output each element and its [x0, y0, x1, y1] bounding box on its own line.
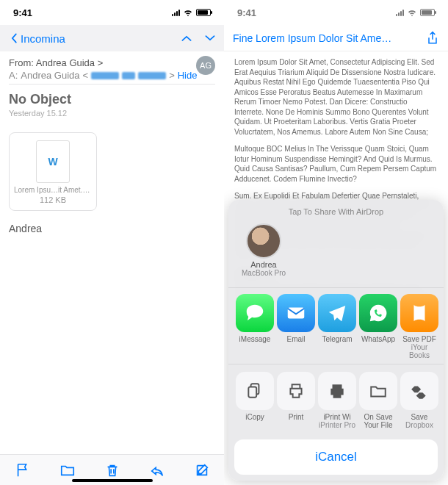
word-doc-icon	[36, 140, 70, 183]
airdrop-target[interactable]: Andrea MacBook Pro	[242, 223, 286, 277]
status-time: 9:41	[237, 7, 256, 18]
status-bar: 9:41	[224, 0, 448, 25]
nav-bar: Incomina	[0, 25, 224, 51]
trash-icon[interactable]	[104, 462, 120, 478]
subject: No Object	[0, 87, 224, 109]
share-email[interactable]: Email	[277, 294, 315, 359]
flag-icon[interactable]	[15, 462, 31, 478]
share-action-row: iCopy Print iPrint WiiPrinter Pro On Sav…	[234, 366, 438, 434]
status-icons	[396, 9, 435, 16]
home-indicator[interactable]	[72, 479, 153, 482]
next-message-icon[interactable]	[205, 33, 215, 43]
attachment[interactable]: Lorem Ipsu…it Amet.doc 112 KB	[9, 132, 97, 211]
attachment-size: 112 KB	[14, 195, 92, 204]
action-save[interactable]: SaveDropbox	[400, 372, 438, 429]
status-time: 9:41	[13, 7, 32, 18]
folder-icon[interactable]	[59, 462, 76, 478]
airdrop-avatar-icon	[246, 223, 281, 259]
share-whatsapp[interactable]: WhatsApp	[359, 294, 397, 359]
action-copy[interactable]: iCopy	[236, 372, 274, 429]
share-hint: Tap To Share With AirDrop	[234, 204, 438, 220]
avatar[interactable]: AG	[196, 56, 215, 75]
reply-icon[interactable]	[149, 462, 165, 478]
message-header: AG From: Andrea Guida > A: Andrea Guida …	[0, 51, 224, 87]
svg-rect-2	[248, 387, 256, 398]
action-print[interactable]: Print	[277, 372, 315, 429]
to-name[interactable]: Andrea Guida	[21, 70, 79, 81]
back-label: Incomina	[21, 32, 65, 45]
prev-message-icon[interactable]	[181, 33, 192, 43]
share-app-row: iMessage Email Telegram WhatsApp Save PD…	[234, 290, 438, 362]
share-sheet: Tap To Share With AirDrop Andrea MacBook…	[228, 200, 444, 481]
action-savefile[interactable]: On Save Your File	[359, 372, 397, 429]
doc-header: Fine Lorem Ipsum Dolor Sit Amet.doc	[224, 25, 448, 51]
from-name[interactable]: Andrea Guida	[36, 57, 95, 68]
cancel-button[interactable]: iCancel	[234, 439, 438, 475]
attachment-name: Lorem Ipsu…it Amet.doc	[14, 186, 92, 194]
compose-icon[interactable]	[194, 462, 210, 478]
share-imessage[interactable]: iMessage	[236, 294, 274, 359]
svg-rect-0	[288, 308, 305, 319]
share-savepdf[interactable]: Save PDFiYour Books	[400, 294, 438, 359]
date: Yesterday 15.12	[0, 109, 224, 126]
action-printwith[interactable]: iPrint WiiPrinter Pro	[318, 372, 356, 429]
back-button[interactable]: Incomina	[9, 32, 65, 45]
share-icon[interactable]	[426, 31, 439, 46]
signature: Andrea	[0, 217, 224, 240]
status-bar: 9:41	[0, 0, 224, 25]
hide-link[interactable]: Hide	[178, 70, 198, 81]
doc-title: Fine Lorem Ipsum Dolor Sit Amet.doc	[233, 32, 394, 44]
share-telegram[interactable]: Telegram	[318, 294, 356, 359]
status-icons	[172, 9, 211, 16]
